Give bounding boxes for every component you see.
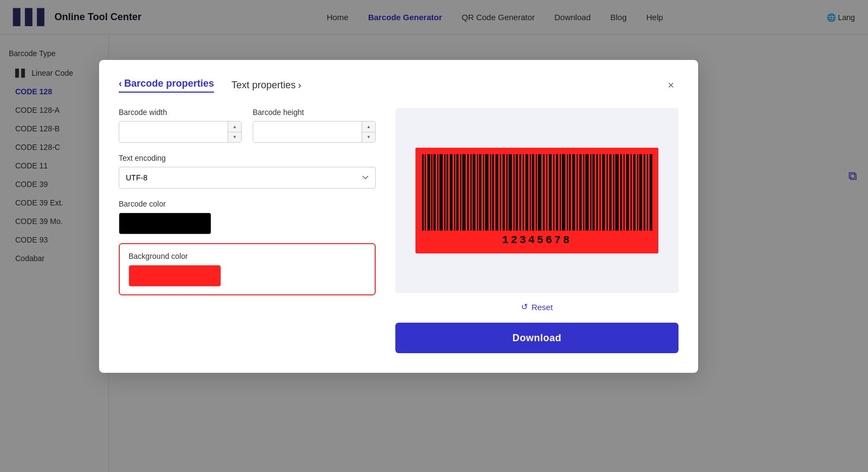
svg-rect-60 bbox=[615, 154, 619, 231]
svg-rect-45 bbox=[567, 154, 568, 231]
width-input-wrapper: 300 ▲ ▼ bbox=[119, 121, 242, 143]
svg-rect-36 bbox=[536, 154, 537, 231]
svg-rect-13 bbox=[460, 154, 461, 231]
chevron-right-icon: › bbox=[298, 80, 301, 91]
reset-button[interactable]: ↺ Reset bbox=[521, 302, 553, 312]
svg-rect-53 bbox=[592, 154, 595, 231]
tab-text-properties[interactable]: Text properties › bbox=[231, 80, 301, 91]
width-input[interactable]: 300 bbox=[119, 122, 228, 142]
width-label: Barcode width bbox=[119, 108, 242, 117]
barcode-preview: 12345678 bbox=[395, 108, 678, 293]
background-color-label: Background color bbox=[129, 252, 366, 261]
svg-rect-3 bbox=[427, 154, 430, 231]
reset-label: Reset bbox=[531, 302, 553, 312]
left-panel: Barcode width 300 ▲ ▼ Barcode height 100 bbox=[119, 108, 376, 353]
barcode-image: 12345678 bbox=[415, 148, 658, 253]
svg-rect-41 bbox=[553, 154, 554, 231]
svg-rect-27 bbox=[506, 154, 508, 231]
svg-rect-52 bbox=[590, 154, 591, 231]
svg-rect-42 bbox=[556, 154, 558, 231]
svg-rect-54 bbox=[596, 154, 598, 231]
height-field-group: Barcode height 100 ▲ ▼ bbox=[253, 108, 376, 143]
svg-rect-61 bbox=[620, 154, 622, 231]
right-panel: 12345678 ↺ Reset Download bbox=[395, 108, 678, 353]
svg-rect-46 bbox=[569, 154, 571, 231]
svg-rect-59 bbox=[613, 154, 614, 231]
encoding-select[interactable]: UTF-8 bbox=[119, 167, 376, 189]
barcode-color-swatch[interactable] bbox=[119, 213, 211, 234]
close-button[interactable]: × bbox=[663, 77, 678, 93]
svg-rect-34 bbox=[530, 154, 531, 231]
svg-rect-56 bbox=[602, 154, 605, 231]
width-spinners: ▲ ▼ bbox=[228, 122, 241, 142]
svg-rect-17 bbox=[473, 154, 475, 231]
svg-rect-25 bbox=[500, 154, 501, 231]
svg-rect-23 bbox=[492, 154, 494, 231]
svg-rect-37 bbox=[538, 154, 541, 231]
encoding-field-group: Text encoding UTF-8 bbox=[119, 154, 376, 189]
svg-rect-8 bbox=[444, 154, 445, 231]
svg-rect-2 bbox=[425, 154, 426, 231]
svg-rect-67 bbox=[639, 154, 642, 231]
svg-rect-35 bbox=[532, 154, 534, 231]
svg-rect-65 bbox=[633, 154, 635, 231]
svg-rect-51 bbox=[585, 154, 589, 231]
height-label: Barcode height bbox=[253, 108, 376, 117]
svg-rect-5 bbox=[433, 154, 436, 231]
svg-rect-26 bbox=[503, 154, 505, 231]
svg-rect-70 bbox=[650, 154, 652, 231]
reset-icon: ↺ bbox=[521, 302, 528, 312]
svg-rect-47 bbox=[572, 154, 575, 231]
svg-rect-12 bbox=[456, 154, 459, 231]
barcode-color-field: Barcode color bbox=[119, 199, 376, 234]
width-down-button[interactable]: ▼ bbox=[228, 132, 241, 143]
download-button[interactable]: Download bbox=[395, 323, 678, 353]
svg-rect-9 bbox=[447, 154, 448, 231]
svg-rect-43 bbox=[560, 154, 561, 231]
svg-rect-68 bbox=[644, 154, 645, 231]
svg-rect-40 bbox=[549, 154, 552, 231]
svg-rect-69 bbox=[647, 154, 648, 231]
svg-rect-16 bbox=[470, 154, 472, 231]
svg-rect-66 bbox=[637, 154, 638, 231]
svg-rect-44 bbox=[562, 154, 565, 231]
height-input[interactable]: 100 bbox=[253, 122, 362, 142]
barcode-svg: 12345678 bbox=[420, 154, 654, 247]
svg-rect-39 bbox=[546, 154, 547, 231]
svg-rect-28 bbox=[509, 154, 512, 231]
height-down-button[interactable]: ▼ bbox=[362, 132, 375, 143]
svg-rect-58 bbox=[609, 154, 612, 231]
svg-rect-7 bbox=[439, 154, 443, 231]
svg-text:12345678: 12345678 bbox=[502, 234, 572, 246]
svg-rect-62 bbox=[624, 154, 625, 231]
svg-rect-11 bbox=[454, 154, 455, 231]
svg-rect-38 bbox=[543, 154, 545, 231]
svg-rect-6 bbox=[437, 154, 438, 231]
svg-rect-1 bbox=[422, 154, 424, 231]
svg-rect-4 bbox=[431, 154, 432, 231]
barcode-color-label: Barcode color bbox=[119, 199, 376, 208]
svg-rect-19 bbox=[479, 154, 481, 231]
tab-barcode-properties[interactable]: ‹ Barcode properties bbox=[119, 78, 214, 93]
svg-rect-50 bbox=[583, 154, 584, 231]
height-spinners: ▲ ▼ bbox=[362, 122, 375, 142]
svg-rect-63 bbox=[626, 154, 629, 231]
background-color-section: Background color bbox=[119, 243, 376, 295]
svg-rect-31 bbox=[519, 154, 521, 231]
height-up-button[interactable]: ▲ bbox=[362, 122, 375, 132]
svg-rect-15 bbox=[467, 154, 469, 231]
svg-rect-20 bbox=[483, 154, 484, 231]
background-color-swatch[interactable] bbox=[129, 265, 221, 287]
modal-body: Barcode width 300 ▲ ▼ Barcode height 100 bbox=[119, 108, 678, 353]
dimension-fields: Barcode width 300 ▲ ▼ Barcode height 100 bbox=[119, 108, 376, 143]
svg-rect-33 bbox=[525, 154, 528, 231]
svg-rect-14 bbox=[462, 154, 466, 231]
svg-rect-22 bbox=[490, 154, 491, 231]
modal-tabs: ‹ Barcode properties Text properties › bbox=[119, 78, 301, 93]
svg-rect-48 bbox=[577, 154, 578, 231]
modal-header: ‹ Barcode properties Text properties › × bbox=[119, 77, 678, 93]
height-input-wrapper: 100 ▲ ▼ bbox=[253, 121, 376, 143]
width-up-button[interactable]: ▲ bbox=[228, 122, 241, 132]
svg-rect-30 bbox=[516, 154, 518, 231]
svg-rect-32 bbox=[523, 154, 524, 231]
